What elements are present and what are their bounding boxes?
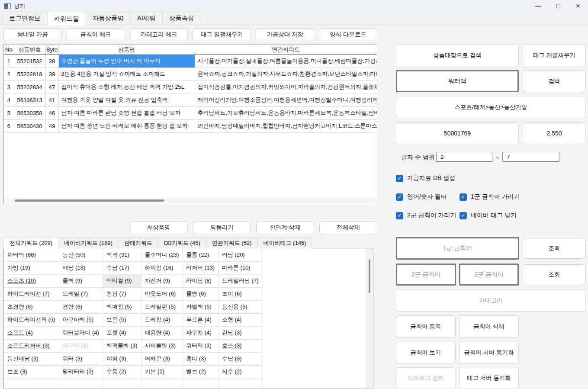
keyword-cell[interactable]: 트레일 (7): [59, 287, 103, 300]
keyword-cell[interactable]: 어깨끈 (3): [141, 352, 183, 365]
ban1-lookup-button[interactable]: 조회: [523, 238, 586, 259]
product-cell-byte[interactable]: 38: [45, 55, 58, 68]
product-cell-no[interactable]: 5: [4, 106, 14, 119]
product-row[interactable]: 45633631341여행용 속옷 양말 여벌 옷 의류 진공 압축팩캐리어정리…: [4, 93, 377, 106]
vertical-scrollbar-track[interactable]: [366, 249, 373, 388]
keyword-cell[interactable]: 아쿠아 (3): [59, 339, 103, 352]
product-row[interactable]: 35520283447접이식 휴대용 소형 레저 등산 배낭 백팩 가방 25L…: [4, 80, 377, 93]
keyword-cell[interactable]: 보온 (5): [103, 313, 141, 326]
product-cell-name[interactable]: 수영장 물놀이 투명 방수 비치 백 아쿠아: [58, 55, 195, 68]
banned-word-server-sync-button[interactable]: 금칙어 서버 동기화: [459, 342, 519, 363]
keyword-cell[interactable]: 경량 (6): [59, 300, 103, 313]
keyword-cell[interactable]: 기본 (2): [141, 365, 183, 378]
minimize-icon[interactable]: —: [528, 0, 548, 12]
tab-sales-keywords[interactable]: 판매키워드: [118, 237, 158, 248]
product-cell-kw[interactable]: 접이식캠핑툴,아기캠핑의자,커밋와이어,파라솔의자,캠핑원목의자,플랫체…: [195, 80, 377, 93]
keyword-cell[interactable]: 밀리터리 (2): [59, 365, 103, 378]
product-cell-kw[interactable]: 캐리어정리가방,여행소품정리,여행용세면백,여행신발주머니,여행정리백,…: [195, 93, 377, 106]
tab-all-keywords[interactable]: 전체키워드 (209): [3, 237, 58, 249]
ban2-input-b[interactable]: 2군 금칙어: [459, 264, 519, 286]
product-cell-no[interactable]: 2: [4, 68, 14, 80]
keyword-cell[interactable]: 밸브 (2): [183, 365, 218, 378]
delete-all-button[interactable]: 전체삭제: [319, 221, 377, 234]
keyword-cell[interactable]: 등산 (50): [59, 248, 103, 261]
tab-db-keywords[interactable]: DB키워드 (45): [158, 237, 206, 248]
product-cell-no[interactable]: 1: [4, 55, 14, 68]
tab-ai-setting[interactable]: AI세팅: [130, 12, 163, 25]
keyword-cell[interactable]: 러닝 (20): [218, 248, 262, 261]
product-cell-code[interactable]: 55202834: [14, 80, 45, 93]
keyword-cell[interactable]: 워터팩 (3): [183, 339, 218, 352]
char-range-min-input[interactable]: 2: [436, 152, 492, 162]
process-state-save-button[interactable]: 가공상태 저장: [256, 28, 314, 41]
keyword-cell[interactable]: 홀더 (3): [183, 352, 218, 365]
template-download-button[interactable]: 양식 다운로드: [319, 28, 377, 41]
product-cell-byte[interactable]: 47: [45, 80, 58, 93]
tab-login-info[interactable]: 로그인정보: [2, 12, 48, 25]
keyword-cell[interactable]: 리저버 (13): [183, 261, 218, 274]
keyword-cell[interactable]: 수낭 (17): [103, 261, 141, 274]
keyword-cell[interactable]: 푸르른 (4): [183, 313, 218, 326]
keyword-cell[interactable]: 물주머니 (23): [141, 248, 183, 261]
keyword-cell[interactable]: 택티컬 (9): [103, 274, 141, 287]
product-row[interactable]: 15520153238수영장 물놀이 투명 방수 비치 백 아쿠아사각풀장,아기…: [4, 55, 377, 68]
keyword-cell[interactable]: 수납 (3): [218, 352, 262, 365]
delete-log-manage-button[interactable]: 삭제로그 관리: [396, 367, 456, 389]
tab-naver-keywords[interactable]: 네이버키워드 (189): [58, 237, 119, 248]
checkbox-ban1-mask[interactable]: ✓ 1군 금칙어 가리기: [459, 193, 520, 201]
keyword-cell[interactable]: 백팩물백 (3): [103, 339, 141, 352]
product-cell-no[interactable]: 4: [4, 93, 14, 106]
keyword-cell[interactable]: 백패킹 (5): [103, 300, 141, 313]
product-cell-byte[interactable]: 41: [45, 93, 58, 106]
keyword-cell[interactable]: 자전거 (9): [141, 274, 183, 287]
keyword-cell[interactable]: 대용량 (4): [141, 326, 183, 339]
keyword-cell[interactable]: 가방 (19): [4, 261, 59, 274]
category-check-button[interactable]: 카테고리 체크: [130, 28, 188, 41]
product-cell-kw[interactable]: 와인바지,남성데일리바지,힙합반바지,남자밴딩카고바지,L코드,스톤마스터…: [195, 119, 377, 132]
keyword-cell[interactable]: 물병 (6): [183, 287, 218, 300]
keyword-cell[interactable]: 보조 (3): [4, 365, 59, 378]
product-cell-byte[interactable]: 39: [45, 68, 58, 80]
ban2-input-a[interactable]: 2군 금칙어: [396, 264, 456, 286]
one-step-delete-button[interactable]: 한단계 삭제: [256, 221, 314, 234]
keyword-cell[interactable]: 트레일러닝 (7): [218, 274, 262, 287]
category-path-field[interactable]: 스포츠/레저>등산>등산가방: [396, 96, 586, 118]
keyword-cell[interactable]: 하이킹 (16): [141, 261, 183, 274]
horizontal-scrollbar-track[interactable]: [4, 198, 376, 203]
char-range-max-input[interactable]: 7: [502, 152, 559, 162]
product-cell-byte[interactable]: 46: [45, 106, 58, 119]
checkbox-naver-tag-insert[interactable]: ✓ 네이버 태그 넣기: [459, 212, 517, 219]
tab-auto-product-name[interactable]: 자동상품명: [86, 12, 131, 25]
keyword-cell[interactable]: 아웃도어 (6): [141, 287, 183, 300]
keyword-cell[interactable]: 소프트리저버 (3): [4, 339, 59, 352]
product-cell-name[interactable]: 여행용 속옷 양말 여벌 옷 의류 진공 압축팩: [58, 93, 195, 106]
product-row[interactable]: 65653043049남자 여름 중년 노인 베레모 메쉬 통풍 헌팅 캡 모자…: [4, 119, 377, 132]
tab-product-attribute[interactable]: 상품속성: [162, 12, 201, 25]
keyword-cell[interactable]: 트레킹 (4): [141, 313, 183, 326]
banned-word-register-button[interactable]: 금칙어 등록: [396, 315, 456, 338]
product-cell-name[interactable]: 3인용 4인용 거실 방석 쇼파매트 소파패드: [58, 68, 195, 80]
keyword-cell[interactable]: 워터백 (88): [4, 248, 59, 261]
undo-button[interactable]: 되돌리기: [193, 221, 251, 234]
product-cell-code[interactable]: 56530430: [14, 119, 45, 132]
keyword-cell[interactable]: 백팩 (31): [103, 248, 141, 261]
keyword-cell[interactable]: 초경량 (6): [4, 300, 59, 313]
banned-word-check-button[interactable]: 금칙어 체크: [67, 28, 125, 41]
keyword-cell[interactable]: 야외 (3): [103, 352, 141, 365]
ai-product-name-button[interactable]: AI상품명: [130, 221, 188, 234]
product-cell-no[interactable]: 3: [4, 80, 14, 93]
thumbnail-process-button[interactable]: 썸네일 가공: [3, 28, 62, 41]
price-field[interactable]: 2,550: [523, 122, 586, 144]
keyword-cell[interactable]: 스포츠 (10): [4, 274, 59, 287]
tag-server-sync-button[interactable]: 태그 서버 동기화: [459, 367, 519, 389]
banned-word-delete-button[interactable]: 금칙어 삭제: [459, 315, 519, 338]
keyword-cell[interactable]: 식수 (2): [218, 365, 262, 378]
product-cell-kw[interactable]: 사각풀장,아기풀장,실내풀장,여름물놀이용품,미니풀장,베란다풀장,가정용…: [195, 55, 377, 68]
ban1-input[interactable]: 1군 금칙어: [396, 237, 519, 260]
tab-naver-tags[interactable]: 네이버태그 (145): [257, 237, 312, 248]
product-cell-name[interactable]: 접이식 휴대용 소형 레저 등산 배낭 백팩 가방 25L: [58, 80, 195, 93]
search-button[interactable]: 검색: [523, 71, 586, 92]
tab-keyword-tool[interactable]: 키워드툴: [47, 12, 86, 25]
product-cell-kw[interactable]: 원목쇼파,핑크쇼파,거실의자,샤무드쇼파,친환경소파,모던스타일소파,미니…: [195, 68, 377, 80]
keyword-cell[interactable]: 워터블래더 (4): [59, 326, 103, 339]
